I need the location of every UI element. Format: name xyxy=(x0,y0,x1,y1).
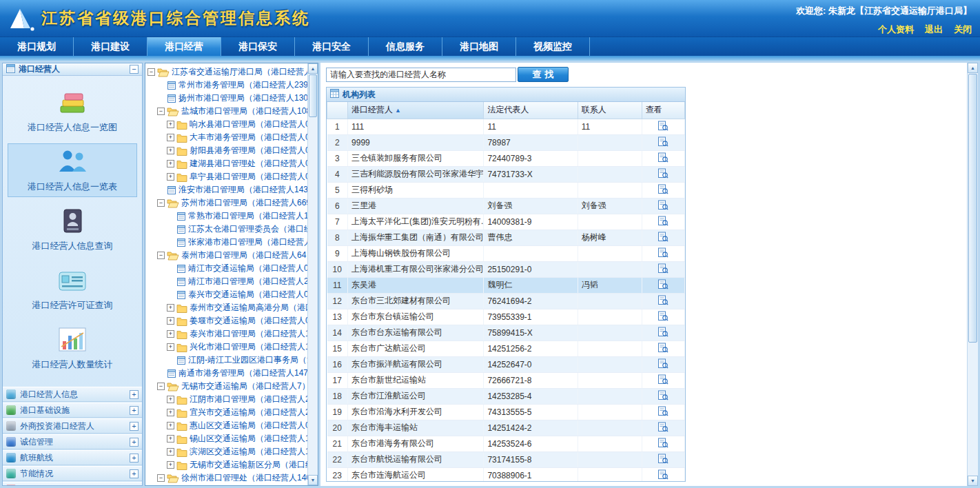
table-row[interactable]: 11东吴港魏明仁冯韬 xyxy=(327,277,685,293)
tree-node[interactable]: −无锡市交通运输局（港口经营人7） xyxy=(145,380,307,393)
expand-plus-icon[interactable]: + xyxy=(130,390,139,399)
tree-plus-icon[interactable]: + xyxy=(167,461,174,469)
view-detail-icon[interactable] xyxy=(657,168,668,179)
accordion-item[interactable]: 规费情况+ xyxy=(3,482,142,486)
search-button[interactable]: 查找 xyxy=(518,67,569,82)
view-detail-icon[interactable] xyxy=(657,406,668,416)
tree-node[interactable]: −泰州市港口管理局（港口经营人64） xyxy=(145,249,307,262)
view-detail-icon[interactable] xyxy=(657,327,668,337)
view-detail-icon[interactable] xyxy=(657,438,668,448)
nav-tab-8[interactable]: 视频监控 xyxy=(516,37,590,56)
scroll-up-icon[interactable]: ▲ xyxy=(968,63,978,73)
top-link-2[interactable]: 退出 xyxy=(925,24,943,34)
accordion-item[interactable]: 诚信管理+ xyxy=(3,434,142,449)
tree-node[interactable]: +锡山区交通运输局（港口经营人1） xyxy=(145,432,307,445)
table-row[interactable]: 19东台市沿海水利开发公司74313555-5 xyxy=(327,404,685,420)
tree-node[interactable]: 南通市港务管理局（港口经营人147） xyxy=(145,367,307,380)
scroll-thumb[interactable] xyxy=(309,74,317,117)
accordion-item[interactable]: 港口基础设施+ xyxy=(3,403,142,418)
tree-node[interactable]: +宜兴市交通运输局（港口经营人2） xyxy=(145,406,307,419)
accordion-item[interactable]: 节能情况+ xyxy=(3,466,142,481)
sidebar-item-operator-statistics[interactable]: 港口经营人数量统计 xyxy=(8,321,137,375)
tree-node[interactable]: −苏州市港口管理局（港口经营人669） xyxy=(145,196,307,210)
tree-node[interactable]: −徐州市港口管理处（港口经营人140） xyxy=(145,471,307,485)
view-detail-icon[interactable] xyxy=(657,121,668,131)
tree-plus-icon[interactable]: + xyxy=(167,173,174,181)
tree-node[interactable]: +兴化市港口管理局（港口经营人1） xyxy=(145,340,307,354)
tree-minus-icon[interactable]: − xyxy=(157,474,165,482)
view-detail-icon[interactable] xyxy=(657,247,668,258)
tree-node[interactable]: +大丰市港务管理局（港口经营人0） xyxy=(145,131,307,144)
tree-minus-icon[interactable]: − xyxy=(157,108,165,115)
tree-plus-icon[interactable]: + xyxy=(167,343,174,351)
col-legal-representative[interactable]: 法定代表人 xyxy=(484,102,578,119)
tree-plus-icon[interactable]: + xyxy=(167,147,174,154)
tree-node[interactable]: +阜宁县港口管理局（港口经营人0） xyxy=(145,170,307,183)
tree-plus-icon[interactable]: + xyxy=(167,160,174,167)
tree-node[interactable]: +响水县港口管理局（港口经营人0） xyxy=(145,118,307,131)
tree-node[interactable]: −江苏省交通运输厅港口局（港口经营人200 xyxy=(145,65,307,79)
table-row[interactable]: 2999978987 xyxy=(327,134,685,150)
tree-plus-icon[interactable]: + xyxy=(167,317,174,325)
accordion-item[interactable]: 航班航线+ xyxy=(3,450,142,465)
tree-node[interactable]: 靖江市交通运输局（港口经营人0） xyxy=(145,262,307,275)
tree-node[interactable]: −盐城市港口管理局（港口经营人108） xyxy=(145,105,307,118)
nav-tab-3[interactable]: 港口经营 xyxy=(147,37,221,56)
scroll-down-icon[interactable]: ▼ xyxy=(968,476,978,486)
tree-node[interactable]: +惠山区交通运输局（港口经营人0） xyxy=(145,419,307,432)
tree-node[interactable]: +射阳县港务管理局（港口经营人0） xyxy=(145,144,307,157)
table-row[interactable]: 8上海振华重工集团（南通）有限公司曹伟忠杨树峰 xyxy=(327,230,685,245)
sidebar-item-operator-overview-chart[interactable]: 港口经营人信息一览图 xyxy=(8,84,137,138)
tree-plus-icon[interactable]: + xyxy=(167,330,174,338)
table-row[interactable]: 5三得利砂场 xyxy=(327,182,685,198)
table-row[interactable]: 13东台市东台镇运输公司73955339-1 xyxy=(327,309,685,325)
top-link-3[interactable]: 关闭 xyxy=(954,24,972,34)
view-detail-icon[interactable] xyxy=(657,295,668,305)
tree-node[interactable]: +邳州市港口管理处（港口经营人36） xyxy=(145,485,307,485)
nav-tab-2[interactable]: 港口建设 xyxy=(74,37,147,56)
tree-node[interactable]: +泰州市交通运输局高港分局（港口经 xyxy=(145,301,307,314)
tree-scrollbar[interactable]: ▲ ▼ xyxy=(307,63,318,485)
tree-node[interactable]: 淮安市港口管理局（港口经营人143） xyxy=(145,183,307,196)
table-row[interactable]: 9上海梅山钢铁股份有限公司 xyxy=(327,245,685,261)
tree-node[interactable]: +无锡市交通运输新区分局（港口经营 xyxy=(145,458,307,471)
view-detail-icon[interactable] xyxy=(657,279,668,289)
tree-node[interactable]: +姜堰市交通运输局（港口经营人0） xyxy=(145,314,307,327)
tree-plus-icon[interactable]: + xyxy=(167,409,174,416)
table-row[interactable]: 20东台市海丰运输站14251424-2 xyxy=(327,420,685,436)
page-scrollbar[interactable]: ▲ ▼ xyxy=(967,63,978,486)
col-contact[interactable]: 联系人 xyxy=(578,102,642,119)
view-detail-icon[interactable] xyxy=(657,358,668,369)
collapse-minus-icon[interactable]: − xyxy=(130,65,139,74)
nav-tab-5[interactable]: 港口安全 xyxy=(295,37,369,56)
view-detail-icon[interactable] xyxy=(657,152,668,163)
table-row[interactable]: 16东台市振洋航运有限公司14252647-0 xyxy=(327,356,685,372)
col-operator-name[interactable]: 港口经营人▲ xyxy=(348,102,484,119)
table-row[interactable]: 18东台市江淮航运公司14253285-4 xyxy=(327,388,685,404)
view-detail-icon[interactable] xyxy=(657,136,668,147)
top-link-1[interactable]: 个人资料 xyxy=(878,24,914,34)
scroll-thumb[interactable] xyxy=(968,74,977,343)
table-row[interactable]: 17东台市新世纪运输站72666721-8 xyxy=(327,372,685,388)
accordion-item[interactable]: 外商投资港口经营人+ xyxy=(3,418,142,434)
tree-plus-icon[interactable]: + xyxy=(167,134,174,141)
table-row[interactable]: 14东台市台东运输有限公司75899415-X xyxy=(327,325,685,340)
expand-plus-icon[interactable]: + xyxy=(130,422,139,431)
view-detail-icon[interactable] xyxy=(657,311,668,321)
tree-node[interactable]: 张家港市港口管理局（港口经营人10 xyxy=(145,236,307,249)
table-row[interactable]: 15东台市广达航运公司14251256-2 xyxy=(327,340,685,356)
table-row[interactable]: 3三仓镇装卸服务有限公司72440789-3 xyxy=(327,150,685,166)
tree-minus-icon[interactable]: − xyxy=(157,199,165,207)
tree-node[interactable]: 扬州市港口管理局（港口经营人130） xyxy=(145,92,307,105)
view-detail-icon[interactable] xyxy=(657,263,668,274)
tree-plus-icon[interactable]: + xyxy=(167,304,174,312)
expand-plus-icon[interactable]: + xyxy=(130,438,139,447)
view-detail-icon[interactable] xyxy=(657,200,668,210)
tree-plus-icon[interactable]: + xyxy=(167,435,174,443)
nav-tab-7[interactable]: 港口地图 xyxy=(442,37,516,56)
table-row[interactable]: 4三吉利能源股份有限公司张家港华宇...74731733-X xyxy=(327,166,685,182)
search-input[interactable] xyxy=(326,68,516,82)
sidebar-item-license-query[interactable]: 港口经营许可证查询 xyxy=(8,262,137,316)
sidebar-item-operator-info-query[interactable]: 港口经营人信息查询 xyxy=(8,203,137,256)
tree-node[interactable]: 江阴-靖江工业园区港口事务局（港口 xyxy=(145,354,307,367)
